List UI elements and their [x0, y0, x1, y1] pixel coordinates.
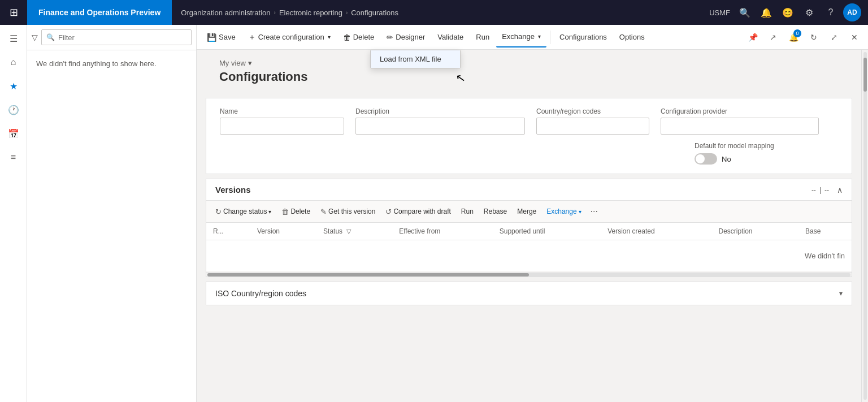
- my-view-row[interactable]: My view ▾: [219, 59, 839, 67]
- breadcrumb-sep-1: ›: [274, 10, 276, 16]
- expand-icon[interactable]: ⤢: [825, 28, 843, 46]
- configurations-tab[interactable]: Configurations: [554, 27, 613, 47]
- create-configuration-button[interactable]: ＋ Create configuration ▾: [242, 27, 336, 47]
- form-group-country: Country/region codes: [536, 107, 649, 135]
- toggle-value: No: [722, 155, 731, 163]
- delete-icon: 🗑: [343, 33, 351, 42]
- apps-button[interactable]: ⊞: [0, 0, 27, 25]
- search-input[interactable]: [58, 33, 186, 42]
- sidebar-menu-icon[interactable]: ☰: [2, 27, 25, 50]
- cmd-sep: [550, 31, 550, 44]
- sidebar-home-icon[interactable]: ⌂: [2, 51, 25, 74]
- iso-section: ISO Country/region codes ▾: [206, 282, 852, 305]
- page-content: My view ▾ Configurations Name: [197, 50, 861, 305]
- content-scroll-area: My view ▾ Configurations Name: [197, 50, 861, 402]
- vtb-delete-button[interactable]: 🗑 Delete: [277, 203, 315, 220]
- command-bar: 💾 Save ＋ Create configuration ▾ 🗑 Delete…: [197, 25, 868, 50]
- scroll-thumb: [207, 273, 529, 276]
- country-label: Country/region codes: [536, 107, 649, 115]
- breadcrumb-er[interactable]: Electronic reporting: [279, 8, 342, 17]
- vtb-exchange-button[interactable]: Exchange ▾: [542, 203, 585, 220]
- share-icon[interactable]: ↗: [764, 28, 782, 46]
- iso-title: ISO Country/region codes: [215, 289, 306, 298]
- top-nav: ⊞ Finance and Operations Preview Organiz…: [0, 0, 868, 25]
- iso-header[interactable]: ISO Country/region codes ▾: [206, 282, 852, 305]
- filter-icon: ▽: [32, 33, 38, 42]
- page-title: Configurations: [219, 70, 839, 84]
- designer-button[interactable]: ✏ Designer: [381, 27, 431, 47]
- help-icon[interactable]: ?: [822, 3, 840, 21]
- left-panel: ▽ 🔍 We didn't find anything to show here…: [27, 25, 197, 402]
- my-view-chevron: ▾: [248, 59, 252, 67]
- get-version-icon: ✎: [320, 208, 327, 216]
- versions-actions: -- | -- ∧: [811, 185, 843, 194]
- vtb-rebase-button[interactable]: Rebase: [479, 203, 511, 220]
- top-nav-right: USMF 🔍 🔔 😊 ⚙ ? AD: [702, 3, 868, 21]
- change-status-icon: ↻: [215, 208, 222, 216]
- close-icon[interactable]: ✕: [845, 28, 863, 46]
- breadcrumb-configs[interactable]: Configurations: [351, 8, 398, 17]
- smiley-icon[interactable]: 😊: [779, 3, 797, 21]
- run-button[interactable]: Run: [470, 27, 495, 47]
- validate-button[interactable]: Validate: [432, 27, 469, 47]
- my-view-label: My view: [219, 59, 246, 67]
- default-mapping-toggle[interactable]: [695, 153, 717, 165]
- notify-icon[interactable]: 🔔 0: [784, 28, 802, 46]
- vtb-exchange-arrow: ▾: [579, 209, 581, 215]
- col-version: Version: [250, 223, 316, 240]
- left-panel-empty: We didn't find anything to show here.: [27, 50, 196, 77]
- search-box: 🔍: [41, 29, 192, 45]
- country-input[interactable]: [536, 118, 649, 135]
- app-title: Finance and Operations Preview: [27, 0, 172, 25]
- name-input[interactable]: [220, 118, 344, 135]
- versions-header: Versions -- | -- ∧: [206, 179, 852, 201]
- col-description: Description: [711, 223, 798, 240]
- provider-label: Configuration provider: [661, 107, 819, 115]
- form-section: Name Description Country/region codes: [206, 98, 852, 174]
- version-empty-message: We didn't fin: [206, 240, 852, 272]
- search-nav-icon[interactable]: 🔍: [736, 3, 754, 21]
- change-status-button[interactable]: ↻ Change status ▾: [211, 203, 276, 220]
- user-company: USMF: [709, 8, 730, 17]
- options-button[interactable]: Options: [614, 27, 650, 47]
- form-row-1: Name Description Country/region codes: [220, 107, 838, 135]
- load-xml-file-item[interactable]: Load from XML file: [371, 50, 460, 68]
- provider-input[interactable]: [661, 118, 819, 135]
- vtb-more-button[interactable]: ···: [587, 206, 601, 217]
- vtb-merge-button[interactable]: Merge: [513, 203, 541, 220]
- sidebar-list-icon[interactable]: ≡: [2, 146, 25, 168]
- compare-draft-icon: ↺: [385, 208, 392, 216]
- sidebar-star-icon[interactable]: ★: [2, 75, 25, 97]
- create-dropdown-arrow: ▾: [328, 34, 331, 40]
- sidebar-calendar-icon[interactable]: 📅: [2, 122, 25, 145]
- col-status: Status ▽: [316, 223, 392, 240]
- description-input[interactable]: [355, 118, 525, 135]
- bell-icon[interactable]: 🔔: [757, 3, 775, 21]
- versions-collapse-icon[interactable]: ∧: [837, 185, 843, 194]
- col-base: Base: [798, 223, 852, 240]
- left-panel-toolbar: ▽ 🔍: [27, 25, 196, 50]
- version-table: R... Version Status ▽ Effective from Sup…: [206, 223, 852, 272]
- versions-toolbar: ↻ Change status ▾ 🗑 Delete ✎ Get this ve…: [206, 201, 852, 223]
- settings-icon[interactable]: ⚙: [800, 3, 818, 21]
- col-supported-until: Supported until: [493, 223, 601, 240]
- vtb-run-button[interactable]: Run: [457, 203, 478, 220]
- right-scrollbar[interactable]: [861, 50, 868, 402]
- status-filter-icon[interactable]: ▽: [346, 228, 351, 235]
- versions-scrollbar[interactable]: [206, 272, 852, 276]
- breadcrumb-sep-2: ›: [346, 10, 348, 16]
- search-box-icon: 🔍: [46, 33, 55, 41]
- refresh-icon[interactable]: ↻: [805, 28, 823, 46]
- save-button[interactable]: 💾 Save: [201, 27, 241, 47]
- pin-icon[interactable]: 📌: [744, 28, 762, 46]
- get-version-button[interactable]: ✎ Get this version: [316, 203, 380, 220]
- save-icon: 💾: [207, 33, 216, 42]
- breadcrumb-org[interactable]: Organization administration: [181, 8, 270, 17]
- compare-draft-button[interactable]: ↺ Compare with draft: [381, 203, 455, 220]
- exchange-button[interactable]: Exchange ▾: [496, 27, 546, 47]
- sidebar-clock-icon[interactable]: 🕐: [2, 98, 25, 121]
- vtb-delete-icon: 🗑: [281, 208, 289, 216]
- default-mapping-label: Default for model mapping: [695, 141, 774, 150]
- delete-button[interactable]: 🗑 Delete: [337, 27, 380, 47]
- avatar[interactable]: AD: [843, 3, 861, 21]
